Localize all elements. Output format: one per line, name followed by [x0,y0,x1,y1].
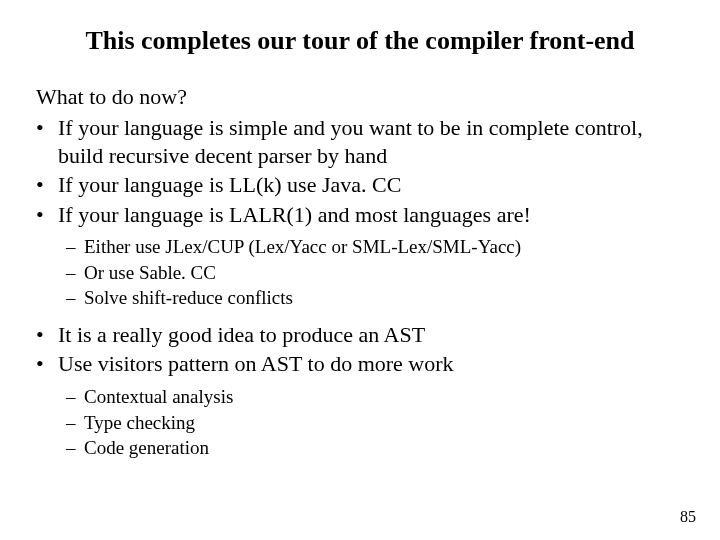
list-item: If your language is simple and you want … [36,114,684,169]
list-item: If your language is LALR(1) and most lan… [36,201,684,229]
list-item: Code generation [66,435,684,461]
list-item: Either use JLex/CUP (Lex/Yacc or SML-Lex… [66,234,684,260]
list-item: Contextual analysis [66,384,684,410]
bullet-list-1: If your language is simple and you want … [36,114,684,228]
slide: This completes our tour of the compiler … [0,0,720,540]
sub-list-2: Contextual analysis Type checking Code g… [36,384,684,461]
sub-list-1: Either use JLex/CUP (Lex/Yacc or SML-Lex… [36,234,684,311]
list-item: If your language is LL(k) use Java. CC [36,171,684,199]
list-item: Type checking [66,410,684,436]
list-item: It is a really good idea to produce an A… [36,321,684,349]
list-item: Use visitors pattern on AST to do more w… [36,350,684,378]
bullet-list-2: It is a really good idea to produce an A… [36,321,684,378]
list-item: Or use Sable. CC [66,260,684,286]
lead-text: What to do now? [36,84,684,110]
slide-title: This completes our tour of the compiler … [36,26,684,56]
page-number: 85 [680,508,696,526]
list-item: Solve shift-reduce conflicts [66,285,684,311]
